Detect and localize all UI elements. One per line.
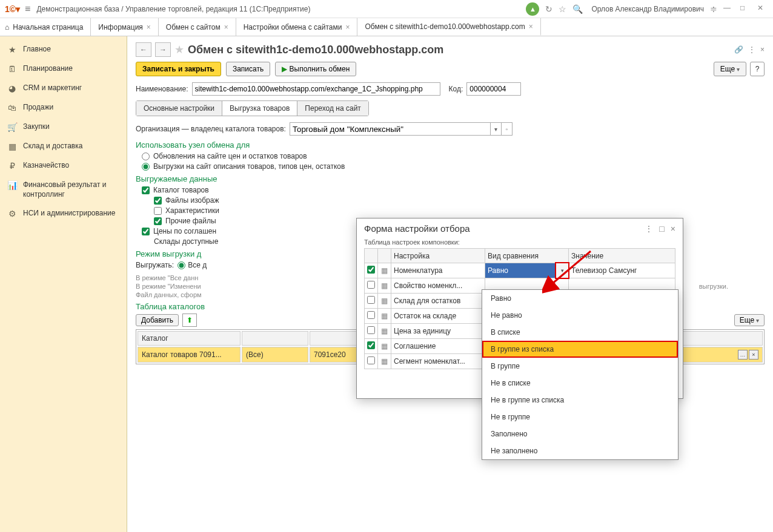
kebab-icon[interactable]: ⋮ [645,224,653,234]
checkbox-input[interactable] [142,228,150,235]
add-button[interactable]: Добавить [136,314,179,326]
checkbox-input[interactable] [367,326,375,334]
back-button[interactable]: ← [136,42,151,57]
radio-update[interactable]: Обновления на сайте цен и остатков товар… [142,152,765,160]
help-button[interactable]: ? [750,62,765,76]
org-select[interactable]: ▾ ▫ [290,122,513,136]
save-button[interactable]: Записать [226,62,270,76]
close-icon[interactable]: × [671,224,675,234]
dropdown-item[interactable]: Не заполнено [482,442,678,459]
radio-input[interactable] [142,163,150,171]
hamburger-icon[interactable]: ≡ [25,4,30,15]
cell-setting[interactable]: Склад для остатков [391,294,485,309]
up-button[interactable]: ⬆ [182,314,197,327]
code-input[interactable] [466,82,521,96]
radio-all[interactable]: Все д [177,261,207,269]
maximize-icon[interactable]: □ [740,4,751,15]
cell-setting[interactable]: Соглашение [391,339,485,354]
filter-row[interactable]: ▦ Номенклатура Равно▾ Телевизор Самсунг [365,263,675,278]
checkbox-input[interactable] [154,217,162,225]
tab2-goto[interactable]: Переход на сайт [297,101,368,116]
dropdown-item[interactable]: Равно [482,290,678,307]
close-icon[interactable]: × [345,23,350,31]
dropdown-item[interactable]: Не в списке [482,375,678,392]
dropdown-item[interactable]: В группе из списка [482,341,678,358]
checkbox-input[interactable] [367,266,375,274]
notification-icon[interactable]: ▲ [526,2,539,16]
close-icon[interactable]: × [147,23,151,31]
cell-setting[interactable]: Остаток на складе [391,309,485,324]
radio-input[interactable] [177,261,185,269]
cell-setting[interactable]: Свойство номенкл... [391,278,485,294]
checkbox-input[interactable] [367,296,375,304]
dropdown-button[interactable]: ▾ [555,262,569,279]
ellipsis-button[interactable]: … [738,350,748,360]
more-button[interactable]: Еще [714,62,746,76]
sidebar-item-crm[interactable]: ◕CRM и маркетинг [0,79,127,98]
username[interactable]: Орлов Александр Владимирович [591,5,704,13]
dropdown-item[interactable]: В группе [482,358,678,375]
cell-setting[interactable]: Сегмент номенклат... [391,354,485,369]
org-input[interactable] [290,123,490,135]
dropdown-item[interactable]: Не в группе [482,409,678,425]
col-2[interactable] [242,331,308,346]
col-setting[interactable]: Настройка [391,249,485,263]
check-images[interactable]: Файлы изображ [154,196,765,205]
cell-catalog[interactable]: Каталог товаров 7091... [138,347,241,363]
checkbox-input[interactable] [367,356,375,364]
comparison-dropdown[interactable]: РавноНе равноВ спискеВ группе из спискаВ… [482,289,678,460]
history-icon[interactable]: ↻ [545,4,552,14]
more-button-2[interactable]: Еще [734,314,765,326]
sidebar-item-treasury[interactable]: ₽Казначейство [0,156,127,176]
clear-button[interactable]: × [749,350,758,360]
sidebar-item-warehouse[interactable]: ▦Склад и доставка [0,137,127,156]
tab-home[interactable]: ⌂ Начальная страница [0,18,91,36]
col-comparison[interactable]: Вид сравнения [485,249,569,263]
tab-exchange[interactable]: Обмен с сайтом × [159,18,236,36]
tab2-export[interactable]: Выгрузка товаров [222,101,297,116]
checkbox-input[interactable] [367,341,375,349]
tab-current[interactable]: Обмен с sitewith1c-demo10.000webhostapp.… [357,18,540,36]
minimize-icon[interactable]: — [723,4,734,15]
sidebar-item-purchase[interactable]: 🛒Закупки [0,117,127,137]
cell-check[interactable] [365,278,378,294]
star-icon[interactable]: ☆ [559,4,566,14]
radio-input[interactable] [142,153,150,160]
cell-check[interactable] [365,339,378,354]
sidebar-item-sales[interactable]: 🛍Продажи [0,98,127,117]
close-icon[interactable]: × [760,45,765,54]
close-icon[interactable]: ✕ [757,4,768,15]
checkbox-input[interactable] [154,197,162,205]
kebab-icon[interactable]: ⋮ [748,45,755,54]
cell-check[interactable] [365,354,378,369]
check-chars[interactable]: Характеристики [154,206,765,215]
radio-export[interactable]: Выгрузки на сайт описания товаров, типов… [142,162,765,171]
sidebar-item-finance[interactable]: 📊Финансовый результат и контроллинг [0,176,127,204]
check-catalog[interactable]: Каталог товаров [142,186,765,194]
checkbox-input[interactable] [367,311,375,319]
name-input[interactable] [192,82,440,96]
cell-setting[interactable]: Цена за единицу [391,324,485,339]
cell-check[interactable] [365,324,378,339]
open-icon[interactable]: ▫ [501,123,512,135]
checkbox-input[interactable] [367,281,375,289]
cell-check[interactable] [365,294,378,309]
favorite-icon[interactable]: ★ [174,43,184,56]
settings-icon[interactable]: ≑ [710,4,717,14]
cell-comparison[interactable]: Равно▾ [485,263,569,278]
cell-value[interactable]: Телевизор Самсунг [569,263,675,278]
cell-2[interactable]: (Все) [242,347,308,363]
link-icon[interactable]: 🔗 [734,45,743,54]
run-exchange-button[interactable]: Выполнить обмен [275,62,356,76]
maximize-icon[interactable]: □ [659,224,664,234]
col-catalog[interactable]: Каталог [138,331,241,346]
cell-check[interactable] [365,263,378,278]
checkbox-input[interactable] [154,207,162,215]
tab-info[interactable]: Информация × [91,18,159,36]
sidebar-item-admin[interactable]: ⚙НСИ и администрирование [0,204,127,223]
cell-check[interactable] [365,309,378,324]
checkbox-input[interactable] [142,186,150,194]
dropdown-item[interactable]: Заполнено [482,425,678,442]
cell-setting[interactable]: Номенклатура [391,263,485,278]
col-value[interactable]: Значение [569,249,675,263]
